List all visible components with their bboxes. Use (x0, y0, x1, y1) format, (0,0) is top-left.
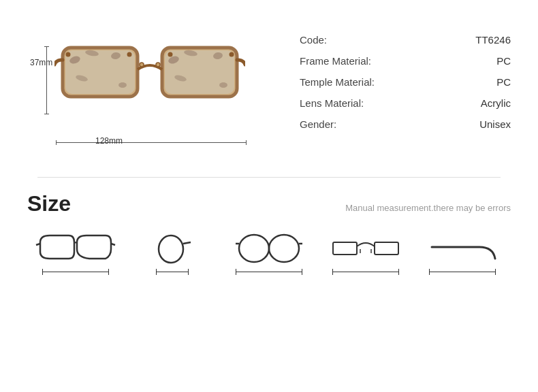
size-section: Size Manual measurement.there may be err… (0, 191, 538, 272)
size-line-4 (332, 272, 399, 272)
size-line-5 (429, 272, 496, 272)
width-label: 128mm (95, 136, 123, 146)
width-arrow (56, 142, 247, 143)
specs-table: Code: TT6246 Frame Material: PC Temple M… (300, 20, 511, 157)
svg-point-24 (239, 235, 269, 262)
size-title: Size (27, 191, 71, 216)
code-value: TT6246 (456, 34, 511, 46)
code-label: Code: (300, 34, 395, 46)
size-view-front-wide (34, 230, 117, 272)
size-icons-row (27, 230, 511, 272)
glasses-diagram: 37mm (27, 20, 272, 157)
gender-label: Gender: (300, 118, 395, 130)
svg-point-18 (168, 52, 173, 57)
svg-point-14 (140, 63, 144, 67)
spec-row-code: Code: TT6246 (300, 34, 511, 46)
svg-point-19 (230, 52, 234, 57)
svg-rect-30 (375, 242, 398, 255)
size-line-1 (42, 272, 109, 272)
svg-point-22 (159, 235, 183, 263)
svg-point-15 (156, 63, 160, 67)
height-arrow (46, 46, 47, 114)
gender-value: Unisex (456, 118, 511, 130)
svg-rect-29 (333, 242, 357, 255)
svg-point-25 (269, 235, 299, 262)
size-view-temple (421, 230, 504, 272)
size-view-side (131, 230, 214, 272)
size-note: Manual measurement.there may be errors (345, 203, 511, 213)
spec-row-lens: Lens Material: Acrylic (300, 97, 511, 109)
height-label: 37mm (30, 58, 52, 67)
svg-rect-13 (165, 50, 234, 94)
svg-point-17 (127, 52, 132, 57)
svg-line-23 (183, 242, 191, 244)
svg-point-16 (66, 52, 71, 57)
size-view-bridge (324, 230, 407, 272)
lens-material-label: Lens Material: (300, 97, 395, 109)
svg-rect-6 (65, 50, 135, 94)
size-view-front-round (227, 230, 311, 272)
size-line-2 (156, 272, 189, 272)
size-line-3 (236, 272, 302, 272)
frame-material-value: PC (456, 55, 511, 67)
lens-material-value: Acrylic (456, 97, 511, 109)
temple-material-label: Temple Material: (300, 76, 395, 88)
spec-row-frame: Frame Material: PC (300, 55, 511, 67)
glasses-image (54, 41, 245, 122)
frame-material-label: Frame Material: (300, 55, 395, 67)
spec-row-temple: Temple Material: PC (300, 76, 511, 88)
top-section: 37mm (0, 0, 538, 170)
size-header: Size Manual measurement.there may be err… (27, 191, 511, 216)
temple-material-value: PC (456, 76, 511, 88)
main-container: 37mm (0, 0, 538, 392)
section-divider (37, 177, 501, 178)
spec-row-gender: Gender: Unisex (300, 118, 511, 130)
